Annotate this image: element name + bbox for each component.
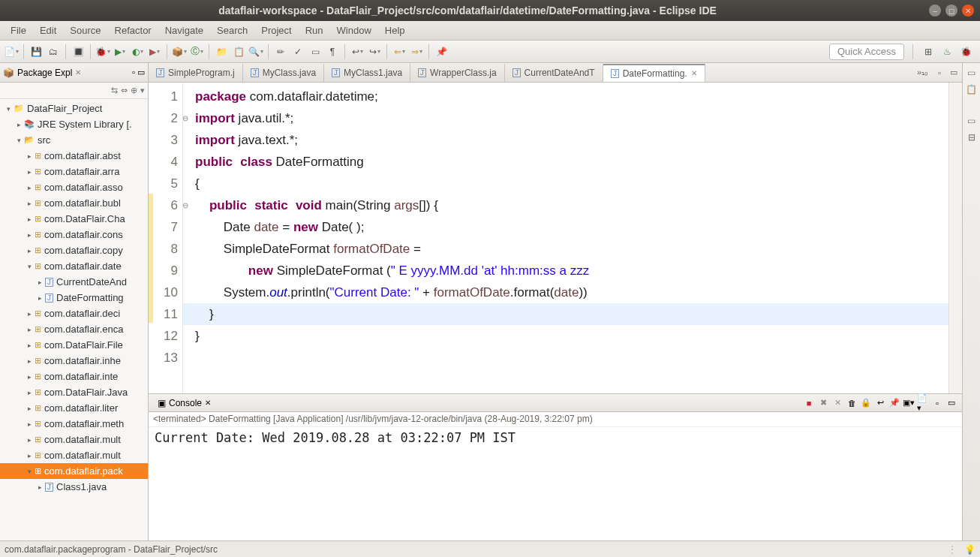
menu-file[interactable]: File xyxy=(5,23,32,38)
minimize-view-button[interactable]: ▫ ▭ xyxy=(132,68,145,77)
quick-access-input[interactable]: Quick Access xyxy=(829,44,904,60)
tip-icon[interactable]: 💡 xyxy=(964,544,975,555)
menu-edit[interactable]: Edit xyxy=(34,23,62,38)
close-icon[interactable]: ✕ xyxy=(75,68,81,77)
search-button[interactable]: 🔍 xyxy=(248,44,263,59)
package-node[interactable]: ▸⊞com.dataflair.enca xyxy=(0,321,148,337)
overview-ruler[interactable] xyxy=(948,83,962,393)
package-node[interactable]: ▸⊞com.dataflair.meth xyxy=(0,416,148,432)
toggle-mark-button[interactable]: ✓ xyxy=(290,44,305,59)
java-perspective-button[interactable]: ♨ xyxy=(939,44,954,59)
save-all-button[interactable]: 🗂 xyxy=(46,44,61,59)
menu-source[interactable]: Source xyxy=(64,23,107,38)
debug-perspective-button[interactable]: 🐞 xyxy=(958,44,973,59)
package-node[interactable]: ▸⊞com.dataflair.deci xyxy=(0,306,148,321)
link-editor-button[interactable]: ⇔ xyxy=(121,86,128,95)
close-icon[interactable]: ✕ xyxy=(205,399,211,407)
package-node[interactable]: ▸⊞com.dataflair.asso xyxy=(0,179,148,195)
word-wrap-button[interactable]: ↩ xyxy=(874,397,886,409)
back-button[interactable]: ⇐ xyxy=(392,44,407,59)
menu-help[interactable]: Help xyxy=(379,23,411,38)
more-tabs-button[interactable]: »₁₀ xyxy=(911,68,933,77)
package-node[interactable]: ▾⊞com.dataflair.date xyxy=(0,258,148,274)
save-button[interactable]: 💾 xyxy=(29,44,44,59)
editor-tab-active[interactable]: 🄹DateFormatting.✕ xyxy=(603,64,705,82)
maximize-editor-button[interactable]: ▭ xyxy=(945,68,962,77)
pin-console-button[interactable]: 📌 xyxy=(888,397,900,409)
jre-node[interactable]: ▸📚JRE System Library [. xyxy=(0,116,148,132)
terminate-button[interactable]: ■ xyxy=(803,397,815,409)
window-minimize-button[interactable]: – xyxy=(929,5,941,17)
restore-button[interactable]: ▭ xyxy=(967,68,975,78)
remove-all-button[interactable]: ⨯ xyxy=(831,397,843,409)
package-node[interactable]: ▸⊞com.dataflair.copy xyxy=(0,242,148,258)
restore-button[interactable]: ▭ xyxy=(967,116,975,126)
task-list-icon[interactable]: 📋 xyxy=(966,84,977,95)
new-class-button[interactable]: Ⓒ xyxy=(189,44,204,59)
run-button[interactable]: ▶ xyxy=(113,44,128,59)
display-console-button[interactable]: ▣▾ xyxy=(903,397,915,409)
editor-tab[interactable]: 🄹MyClass1.java xyxy=(324,64,410,82)
java-file-node[interactable]: ▸🄹CurrentDateAnd xyxy=(0,274,148,290)
package-tree[interactable]: ▾📁DataFlair_Project ▸📚JRE System Library… xyxy=(0,99,148,540)
package-node[interactable]: ▸⊞com.dataflair.mult xyxy=(0,447,148,463)
wand-button[interactable]: ✏ xyxy=(273,44,288,59)
editor-tab[interactable]: 🄹CurrentDateAndT xyxy=(505,64,603,82)
outline-icon[interactable]: ⊟ xyxy=(968,132,975,143)
code-content[interactable]: package com.dataflair.datetime; import j… xyxy=(183,83,948,393)
src-node[interactable]: ▾📂src xyxy=(0,132,148,148)
menu-window[interactable]: Window xyxy=(331,23,377,38)
annotation-prev-button[interactable]: ↩ xyxy=(350,44,365,59)
remove-launch-button[interactable]: ✖ xyxy=(817,397,829,409)
maximize-console-button[interactable]: ▭ xyxy=(945,397,957,409)
open-task-button[interactable]: 📋 xyxy=(231,44,246,59)
package-node[interactable]: ▸⊞com.dataflair.cons xyxy=(0,227,148,242)
scroll-lock-button[interactable]: 🔒 xyxy=(860,397,872,409)
new-package-button[interactable]: 📦 xyxy=(172,44,187,59)
forward-button[interactable]: ⇒ xyxy=(409,44,424,59)
package-node[interactable]: ▸⊞com.dataflair.arra xyxy=(0,164,148,179)
pin-button[interactable]: 📌 xyxy=(434,44,449,59)
menu-refactor[interactable]: Refactor xyxy=(109,23,158,38)
package-node[interactable]: ▸⊞com.dataflair.inte xyxy=(0,369,148,384)
console-output[interactable]: Current Date: Wed 2019.08.28 at 03:22:07… xyxy=(149,427,962,540)
minimize-editor-button[interactable]: ▫ xyxy=(933,68,945,77)
open-type-button[interactable]: 📁 xyxy=(214,44,229,59)
collapse-all-button[interactable]: ⇆ xyxy=(111,86,118,95)
minimize-console-button[interactable]: ▫ xyxy=(931,397,943,409)
java-file-node[interactable]: ▸🄹Class1.java xyxy=(0,479,148,495)
editor-tab[interactable]: 🄹SimpleProgram.j xyxy=(149,64,243,82)
clear-console-button[interactable]: 🗑 xyxy=(846,397,858,409)
menu-search[interactable]: Search xyxy=(211,23,254,38)
editor-tab[interactable]: 🄹MyClass.java xyxy=(243,64,324,82)
external-tools-button[interactable]: ▶ xyxy=(147,44,162,59)
package-node[interactable]: ▸⊞com.dataflair.mult xyxy=(0,432,148,447)
package-node[interactable]: ▸⊞com.dataflair.liter xyxy=(0,400,148,416)
close-tab-icon[interactable]: ✕ xyxy=(691,69,697,77)
package-node[interactable]: ▸⊞com.DataFlair.Cha xyxy=(0,211,148,227)
package-node[interactable]: ▸⊞com.dataflair.abst xyxy=(0,148,148,164)
package-node[interactable]: ▸⊞com.DataFlair.File xyxy=(0,337,148,353)
window-close-button[interactable]: ✕ xyxy=(962,5,974,17)
focus-button[interactable]: ⊕ xyxy=(131,86,137,95)
project-node[interactable]: ▾📁DataFlair_Project xyxy=(0,101,148,116)
coverage-button[interactable]: ◐ xyxy=(130,44,145,59)
menu-navigate[interactable]: Navigate xyxy=(159,23,209,38)
show-whitespace-button[interactable]: ¶ xyxy=(325,44,340,59)
package-node[interactable]: ▸⊞com.DataFlair.Java xyxy=(0,384,148,400)
code-editor[interactable]: 1 2 3 4 5 6 7 8 9 10 11 12 13 package co… xyxy=(149,83,962,393)
console-tab[interactable]: ▣Console✕ xyxy=(153,398,215,408)
debug-button[interactable]: 🐞 xyxy=(95,44,110,59)
package-node-selected[interactable]: ▾⊞com.dataflair.pack xyxy=(0,463,148,479)
menu-run[interactable]: Run xyxy=(299,23,329,38)
new-button[interactable]: 📄 xyxy=(4,44,19,59)
toggle-button[interactable]: 🔳 xyxy=(71,44,86,59)
package-explorer-title[interactable]: Package Expl xyxy=(17,68,72,78)
block-button[interactable]: ▭ xyxy=(308,44,323,59)
annotation-next-button[interactable]: ↪ xyxy=(367,44,382,59)
package-node[interactable]: ▸⊞com.dataflair.bubl xyxy=(0,195,148,211)
package-node[interactable]: ▸⊞com.dataflair.inhe xyxy=(0,353,148,369)
window-maximize-button[interactable]: ◻ xyxy=(945,5,957,17)
menu-project[interactable]: Project xyxy=(255,23,297,38)
editor-tab[interactable]: 🄹WrapperClass.ja xyxy=(410,64,504,82)
